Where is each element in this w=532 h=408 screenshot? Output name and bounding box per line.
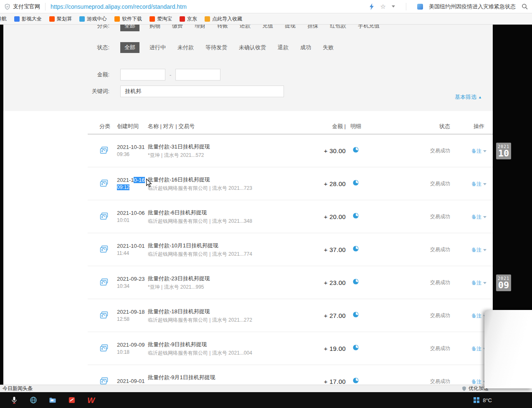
category-tab[interactable]: 还款 (240, 24, 251, 30)
detail-pie-icon[interactable] (353, 378, 359, 383)
url-input[interactable]: https://consumeprod.alipay.com/record/st… (51, 3, 187, 10)
detail-pie-icon[interactable] (353, 279, 359, 285)
bookmark-item[interactable]: 京东 (180, 15, 197, 23)
remark-link[interactable]: 备注 (471, 247, 486, 254)
news-ticker[interactable]: 美国纽约州因疫情进入灾难紧急状态 (429, 3, 516, 10)
detail-pie-icon[interactable] (353, 246, 359, 252)
remark-link[interactable]: 备注 (471, 214, 486, 221)
detail-pie-icon[interactable] (353, 345, 359, 350)
row-date: 2021-10-01 (117, 242, 148, 250)
status-tab[interactable]: 失败 (323, 44, 334, 51)
row-time: 10:18 (117, 349, 148, 356)
category-tab[interactable]: 红包款 (330, 24, 346, 30)
status-tab[interactable]: 退款 (278, 44, 289, 51)
bookmark-favicon (79, 16, 85, 22)
category-tab[interactable]: 缴费 (172, 24, 183, 30)
microphone-icon[interactable] (9, 395, 19, 405)
bookmark-item[interactable]: 游戏中心 (79, 15, 107, 23)
transaction-row: 2021-10-01 11:44 批量付款-10月1日挂机邦提现 临沂超钱网络服… (88, 233, 493, 266)
table-header: 分类 创建时间 名称 | 对方 | 交易号 金额 | 明细 状态 操作 (88, 119, 493, 134)
category-tab[interactable]: 手机充值 (358, 24, 380, 30)
extension-icon[interactable] (417, 4, 423, 10)
keyword-input[interactable] (120, 86, 284, 97)
category-tab[interactable]: 理财 (195, 24, 205, 30)
bookmark-item[interactable]: 点此导入收藏 (205, 15, 242, 23)
browser-app-icon[interactable] (67, 395, 77, 405)
triangle-up-icon: ▲ (478, 95, 482, 99)
search-icon[interactable] (522, 3, 528, 10)
detail-pie-icon[interactable] (353, 147, 359, 153)
header-detail: 明细 (346, 123, 366, 130)
row-date: 2021-09-09 (117, 341, 148, 349)
status-tab[interactable]: 成功 (300, 44, 311, 51)
wps-icon[interactable]: W (86, 395, 96, 405)
remark-link[interactable]: 备注 (471, 280, 486, 287)
category-tab[interactable]: 全部 (120, 24, 139, 31)
status-tab[interactable]: 进行中 (149, 44, 166, 51)
bookmark-favicon (149, 16, 155, 22)
transaction-row: 2021-09-18 12:58 批量付款-18日挂机邦提现 临沂超钱网络服务有… (88, 299, 493, 332)
mouse-cursor (146, 179, 152, 187)
row-date: 2021-09-01 (117, 378, 148, 385)
detail-pie-icon[interactable] (353, 213, 359, 219)
lightning-icon[interactable] (369, 3, 375, 10)
bookmark-label: 聚划算 (57, 15, 72, 23)
weather-widget-icon[interactable] (474, 397, 479, 403)
row-amount: + 30.00 (299, 147, 346, 154)
bookmark-item[interactable]: 爱淘宝 (149, 15, 172, 23)
category-tab[interactable]: 转账 (217, 24, 228, 30)
category-tab[interactable]: 购物 (149, 24, 160, 30)
chevron-down-icon (483, 183, 486, 185)
news-headline-link[interactable]: 今日新闻头条 (3, 385, 33, 392)
bottom-news-bar: 今日新闻头条 优化加速 (0, 385, 532, 392)
transaction-row: 2021-09-23 10:34 批量付款-23日挂机邦提现 *亚坤 | 流水号… (88, 266, 493, 299)
status-tab[interactable]: 全部 (120, 42, 139, 53)
badge-month: 09 (496, 281, 511, 290)
chevron-down-icon (483, 282, 486, 284)
transaction-row: 2021-10-06 10:01 批量付款-6日挂机邦提现 临沂超钱网络服务有限… (88, 200, 493, 233)
alipay-record-page: 分类: 全部购物缴费理财转账还款充值提现担保红包款手机充值 状态: 全部进行中未… (3, 24, 493, 385)
row-amount: + 23.00 (299, 279, 346, 286)
detail-pie-icon[interactable] (353, 180, 359, 186)
bookmark-favicon (114, 16, 120, 22)
detail-pie-icon[interactable] (353, 312, 359, 317)
favorites-chevron-down-icon[interactable] (392, 5, 395, 8)
temperature-readout[interactable]: 8°C (483, 397, 492, 403)
row-title: 批量付款-18日挂机邦提现 (148, 308, 299, 315)
bookmark-item[interactable]: 聚划算 (49, 15, 72, 23)
header-name-party-txid: 名称 | 对方 | 交易号 (148, 123, 299, 130)
folder-icon[interactable] (48, 395, 58, 405)
site-label: 支付宝官网 (13, 3, 40, 10)
bookmark-item[interactable]: 导航 (0, 15, 7, 23)
batch-payment-icon (99, 146, 117, 155)
amount-min-input[interactable] (120, 69, 165, 81)
row-status: 交易成功 (366, 147, 465, 154)
basic-filter-toggle[interactable]: 基本筛选 ▲ (455, 93, 482, 101)
site-identity[interactable]: 支付宝官网 (4, 3, 40, 10)
status-tab[interactable]: 未确认收货 (239, 44, 266, 51)
bookmark-item[interactable]: 影视大全 (14, 15, 42, 23)
favorite-star-icon[interactable]: ☆ (380, 3, 386, 10)
category-tab[interactable]: 担保 (307, 24, 318, 30)
remark-link[interactable]: 备注 (471, 181, 486, 188)
amount-label: 金额: (66, 71, 109, 78)
timeline-month-badge: 202109 (496, 275, 511, 291)
row-amount: + 27.00 (299, 312, 346, 319)
remark-link[interactable]: 备注 (471, 148, 486, 155)
remark-link-label: 备注 (471, 345, 481, 353)
row-date: 2021-10-31 (117, 144, 148, 151)
row-amount: + 28.00 (299, 180, 346, 187)
amount-max-input[interactable] (175, 69, 220, 81)
globe-icon[interactable] (28, 395, 38, 405)
header-created-time: 创建时间 (117, 123, 148, 130)
category-tab[interactable]: 充值 (262, 24, 273, 30)
row-date: 2021-09-18 (117, 308, 148, 316)
category-tab[interactable]: 提现 (285, 24, 296, 30)
remark-link-label: 备注 (471, 148, 481, 155)
status-tab[interactable]: 未付款 (177, 44, 194, 51)
remark-link-label: 备注 (471, 378, 481, 385)
bookmark-favicon (49, 16, 55, 22)
row-status: 交易成功 (366, 378, 465, 385)
status-tab[interactable]: 等待发货 (205, 44, 227, 51)
bookmark-item[interactable]: 软件下载 (114, 15, 142, 23)
